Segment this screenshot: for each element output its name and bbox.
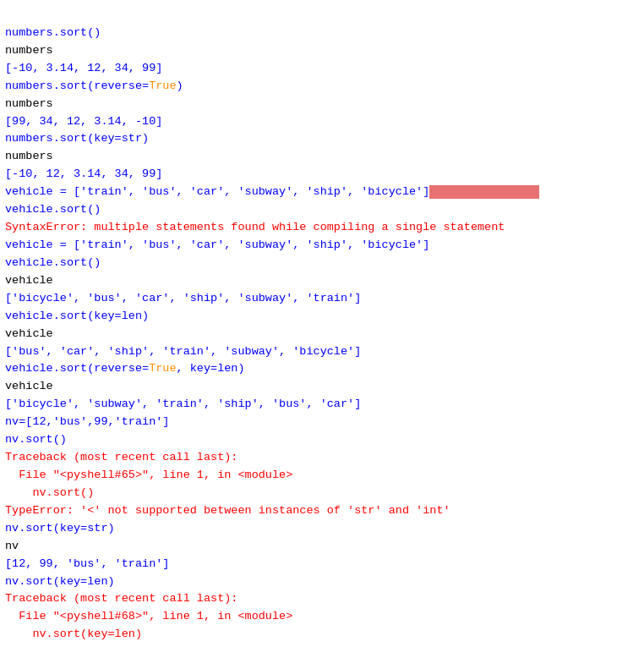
line-14: vehicle.sort() [5,256,101,269]
code-output: numbers.sort() numbers [-10, 3.14, 12, 3… [5,7,639,647]
line-26: File "<pyshell#65>", line 1, in <module> [5,469,292,481]
line-28: TypeError: '<' not supported between ins… [5,504,450,517]
line-30: nv [5,540,19,552]
line-17: vehicle.sort(key=len) [5,310,149,322]
main-container: numbers.sort() numbers [-10, 3.14, 12, 3… [5,7,639,647]
line-13: vehicle = ['train', 'bus', 'car', 'subwa… [5,239,429,251]
line-9: [-10, 12, 3.14, 34, 99] [5,167,162,180]
line-18: vehicle [5,327,53,340]
line-25: Traceback (most recent call last): [5,451,237,463]
line-6: [99, 34, 12, 3.14, -10] [5,115,162,128]
line-24: nv.sort() [5,433,67,446]
line-21: vehicle [5,380,53,392]
line-8: numbers [5,150,53,162]
line-22: ['bicycle', 'subway', 'train', 'ship', '… [5,398,361,410]
line-32: nv.sort(key=len) [5,575,115,588]
line-19: ['bus', 'car', 'ship', 'train', 'subway'… [5,345,361,358]
line-23: nv=[12,'bus',99,'train'] [5,415,169,428]
line-5: numbers [5,97,53,110]
line-16: ['bicycle', 'bus', 'car', 'ship', 'subwa… [5,292,361,304]
red-highlight [429,185,539,199]
line-15: vehicle [5,274,53,287]
line-27: nv.sort() [5,486,94,499]
line-7: numbers.sort(key=str) [5,132,149,145]
line-29: nv.sort(key=str) [5,522,115,535]
line-11: vehicle.sort() [5,203,101,216]
line-33: Traceback (most recent call last): [5,592,237,605]
line-2: numbers [5,44,53,57]
line-10: vehicle = ['train', 'bus', 'car', 'subwa… [5,185,539,198]
line-35: nv.sort(key=len) [5,628,142,640]
line-12: SyntaxError: multiple statements found w… [5,221,505,233]
line-31: [12, 99, 'bus', 'train'] [5,557,169,570]
line-1: numbers.sort() [5,26,101,39]
line-34: File "<pyshell#68>", line 1, in <module> [5,610,292,622]
line-4: numbers.sort(reverse=True) [5,80,183,92]
line-3: [-10, 3.14, 12, 34, 99] [5,62,162,74]
line-20: vehicle.sort(reverse=True, key=len) [5,362,245,375]
